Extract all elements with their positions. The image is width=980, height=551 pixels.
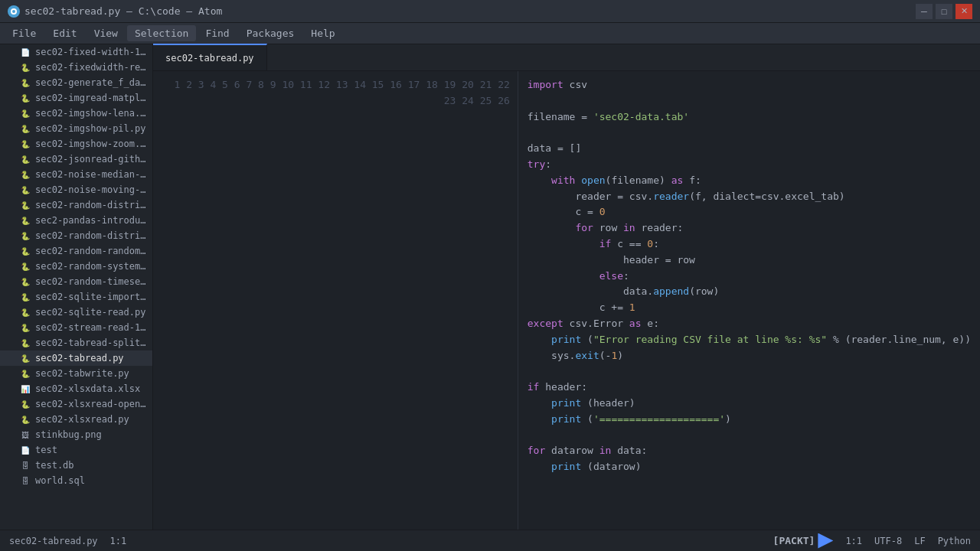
- sidebar-item-sec02_sqlite_read_py[interactable]: sec02-sqlite-read.py: [0, 305, 152, 320]
- menu-selection[interactable]: Selection: [127, 25, 196, 41]
- file-icon: [20, 276, 31, 287]
- sidebar-item-sec02_random_systemrand___[interactable]: sec02-random-systemrand...: [0, 259, 152, 274]
- main-layout: sec02-fixed-width-1M.datasec02-fixedwidt…: [0, 44, 980, 530]
- maximize-button[interactable]: □: [936, 4, 952, 19]
- file-name: sec02-noise-moving-avera...: [35, 184, 146, 195]
- sidebar-item-sec02_random_random_py[interactable]: sec02-random-random.py: [0, 243, 152, 259]
- status-right: [PACKT] 1:1 UTF-8 LF Python: [773, 533, 971, 549]
- file-name: sec02-generate_f_data.py: [35, 77, 146, 88]
- menu-edit[interactable]: Edit: [45, 25, 84, 41]
- file-name: test.db: [35, 460, 74, 471]
- file-name: sec02-stream-read-1.py: [35, 322, 146, 333]
- file-name: sec02-imgshow-zoom.py: [35, 139, 146, 149]
- sidebar-item-sec02_jsonread_github_py[interactable]: sec02-jsonread-github.py: [0, 152, 152, 167]
- file-name: sec02-tabread-split.py: [35, 337, 146, 348]
- file-icon: [20, 353, 31, 364]
- sidebar-item-sec02_imgshow_lena_py[interactable]: sec02-imgshow-lena.py: [0, 106, 152, 121]
- file-name: sec02-jsonread-github.py: [35, 154, 146, 165]
- menu-help[interactable]: Help: [303, 25, 342, 41]
- packt-logo: [PACKT]: [773, 533, 834, 549]
- menu-bar: File Edit View Selection Find Packages H…: [0, 23, 980, 44]
- file-icon: [20, 414, 31, 425]
- menu-file[interactable]: File: [5, 25, 44, 41]
- sidebar-item-sec2_pandas_introduction_i___[interactable]: sec2-pandas-introduction.i...: [0, 213, 152, 228]
- sidebar-item-sec02_noise_median_filter___[interactable]: sec02-noise-median-filter...: [0, 167, 152, 182]
- file-name: sec02-xlsxdata.xlsx: [35, 383, 140, 394]
- sidebar-item-test[interactable]: test: [0, 442, 152, 458]
- file-icon: [20, 475, 31, 486]
- file-icon: [20, 429, 31, 440]
- file-name: sec02-fixed-width-1M.data: [35, 47, 146, 57]
- minimize-button[interactable]: ─: [916, 4, 933, 19]
- file-icon: [20, 445, 31, 455]
- file-icon: [20, 322, 31, 333]
- file-name: sec02-fixedwidth-read.py: [35, 62, 146, 73]
- file-icon: [20, 77, 31, 88]
- file-icon: [20, 139, 31, 149]
- sidebar-item-sec02_noise_moving_avera___[interactable]: sec02-noise-moving-avera...: [0, 182, 152, 197]
- line-numbers: 1 2 3 4 5 6 7 8 9 10 11 12 13 14 15 16 1…: [153, 71, 518, 530]
- sidebar-item-sec02_imgshow_pil_py[interactable]: sec02-imgshow-pil.py: [0, 121, 152, 136]
- sidebar-item-test_db[interactable]: test.db: [0, 458, 152, 473]
- file-icon: [20, 246, 31, 256]
- sidebar-item-sec02_imgshow_zoom_py[interactable]: sec02-imgshow-zoom.py: [0, 136, 152, 152]
- file-icon: [20, 47, 31, 57]
- file-icon: [20, 215, 31, 226]
- file-icon: [20, 337, 31, 348]
- sidebar-item-stinkbug_png[interactable]: stinkbug.png: [0, 427, 152, 442]
- tab-label: sec02-tabread.py: [165, 53, 254, 64]
- title-text: sec02-tabread.py — C:\code — Atom: [24, 5, 222, 17]
- sidebar-item-sec02_xlsxread_openpyxl_p___[interactable]: sec02-xlsxread-openpyxl.p...: [0, 396, 152, 412]
- file-icon: [20, 184, 31, 195]
- file-icon: [20, 154, 31, 165]
- file-name: sec02-xlsxread.py: [35, 414, 129, 425]
- status-left: sec02-tabread.py 1:1: [9, 536, 126, 546]
- file-icon: [20, 230, 31, 241]
- menu-view[interactable]: View: [87, 25, 126, 41]
- file-name: sec02-sqlite-read.py: [35, 307, 146, 318]
- file-icon: [20, 261, 31, 272]
- encoding: UTF-8: [874, 536, 902, 546]
- sidebar-item-sec02_tabread_py[interactable]: sec02-tabread.py: [0, 350, 152, 366]
- close-button[interactable]: ✕: [956, 4, 972, 19]
- sidebar-item-sec02_fixed_width_1m_data[interactable]: sec02-fixed-width-1M.data: [0, 44, 152, 60]
- sidebar-item-world_sql[interactable]: world.sql: [0, 473, 152, 488]
- file-name: sec02-random-distribution: [35, 230, 146, 241]
- sidebar-item-sec02_sqlite_import_py[interactable]: sec02-sqlite-import.py: [0, 289, 152, 305]
- file-icon: [20, 399, 31, 409]
- tab-bar: sec02-tabread.py: [153, 44, 980, 71]
- sidebar-item-sec02_fixedwidth_read_py[interactable]: sec02-fixedwidth-read.py: [0, 60, 152, 75]
- file-name: sec02-imgread-matplotli...: [35, 93, 146, 103]
- file-name: sec02-imgshow-lena.py: [35, 108, 146, 119]
- file-name: sec02-random-systemrand...: [35, 261, 146, 272]
- sidebar-item-sec02_tabwrite_py[interactable]: sec02-tabwrite.py: [0, 366, 152, 381]
- line-ending: LF: [914, 536, 925, 546]
- sidebar-item-sec02_tabread_split_py[interactable]: sec02-tabread-split.py: [0, 335, 152, 350]
- file-icon: [20, 383, 31, 394]
- language: Python: [938, 536, 971, 546]
- sidebar-item-sec02_imgread_matplotli___[interactable]: sec02-imgread-matplotli...: [0, 90, 152, 106]
- file-name: sec02-random-distributio...: [35, 200, 146, 210]
- current-file: sec02-tabread.py: [9, 536, 98, 546]
- menu-packages[interactable]: Packages: [239, 25, 302, 41]
- tab-sec02-tabread[interactable]: sec02-tabread.py: [153, 44, 267, 70]
- file-icon: [20, 200, 31, 210]
- sidebar-item-sec02_xlsxdata_xlsx[interactable]: sec02-xlsxdata.xlsx: [0, 381, 152, 396]
- sidebar-item-sec02_xlsxread_py[interactable]: sec02-xlsxread.py: [0, 412, 152, 427]
- editor-area: sec02-tabread.py 1 2 3 4 5 6 7 8 9 10 11…: [153, 44, 980, 530]
- file-name: sec2-pandas-introduction.i...: [35, 215, 146, 226]
- sidebar-item-sec02_random_timeseries_p___[interactable]: sec02-random-timeseries.p...: [0, 274, 152, 289]
- code-editor[interactable]: 1 2 3 4 5 6 7 8 9 10 11 12 13 14 15 16 1…: [153, 71, 980, 530]
- file-name: sec02-noise-median-filter...: [35, 169, 146, 180]
- sidebar-item-sec02_random_distributio___[interactable]: sec02-random-distributio...: [0, 197, 152, 213]
- sidebar-item-sec02_stream_read_1_py[interactable]: sec02-stream-read-1.py: [0, 320, 152, 335]
- code-content[interactable]: import csv filename = 'sec02-data.tab' d…: [518, 71, 980, 530]
- file-icon: [20, 292, 31, 302]
- file-name: sec02-tabwrite.py: [35, 368, 129, 379]
- menu-find[interactable]: Find: [198, 25, 237, 41]
- file-tree: sec02-fixed-width-1M.datasec02-fixedwidt…: [0, 44, 153, 530]
- sidebar-item-sec02_generate_f_data_py[interactable]: sec02-generate_f_data.py: [0, 75, 152, 90]
- file-icon: [20, 108, 31, 119]
- sidebar-item-sec02_random_distribution[interactable]: sec02-random-distribution: [0, 228, 152, 243]
- file-icon: [20, 123, 31, 134]
